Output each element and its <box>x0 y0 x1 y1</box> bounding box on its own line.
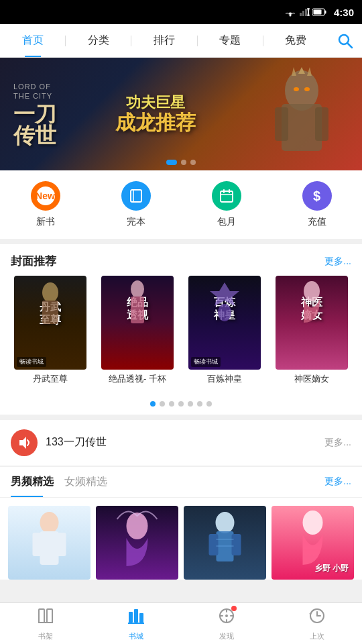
audio-more-button[interactable]: 更多... <box>324 437 351 449</box>
recharge-label: 充值 <box>308 216 326 228</box>
book-item-3[interactable]: 百炼神皇 畅读书城 百炼神皇 <box>185 276 264 385</box>
banner-dots <box>166 160 196 165</box>
svg-marker-17 <box>307 67 312 76</box>
monthly-label: 包月 <box>217 216 236 228</box>
quick-item-recharge[interactable]: $ 充值 <box>272 181 362 228</box>
bottom-books: 乡野 小野 <box>0 498 362 580</box>
book-badge-3: 畅读书城 <box>191 357 221 367</box>
banner-dot-2 <box>181 160 186 165</box>
svg-rect-14 <box>315 107 328 141</box>
nav-bookshelf[interactable]: 书架 <box>0 603 90 644</box>
banner-figure-svg <box>261 64 342 164</box>
svg-marker-33 <box>19 437 26 449</box>
quick-item-monthly[interactable]: 包月 <box>181 181 272 228</box>
status-bar: 4:30 <box>0 0 362 24</box>
cover-more-button[interactable]: 更多... <box>324 256 351 268</box>
carousel-dot-6 <box>197 401 202 407</box>
book-name-3: 百炼神皇 <box>207 374 242 385</box>
history-icon <box>308 606 326 629</box>
book-figure-2 <box>117 279 158 333</box>
quick-item-complete[interactable]: 完本 <box>90 181 181 228</box>
gender-book-2[interactable] <box>96 506 178 580</box>
tab-special[interactable]: 专题 <box>198 24 263 57</box>
svg-line-10 <box>348 43 353 48</box>
gender-book-figure-2 <box>96 506 178 580</box>
book-row: 丹武至尊 畅读书城 丹武至尊 <box>5 276 357 385</box>
nav-bookshelf-label: 书架 <box>38 631 53 641</box>
gender-more-button[interactable]: 更多... <box>324 476 351 488</box>
gender-book-4[interactable]: 乡野 小野 <box>272 506 354 580</box>
svg-point-18 <box>294 87 299 91</box>
svg-point-31 <box>218 304 231 321</box>
monthly-icon <box>212 181 241 211</box>
svg-marker-16 <box>292 67 296 76</box>
svg-rect-50 <box>134 609 138 623</box>
svg-rect-8 <box>313 10 321 15</box>
nav-tabs: 首页 分类 排行 专题 免费 <box>0 24 362 58</box>
book-figure-4 <box>292 279 332 333</box>
status-icons <box>284 7 327 17</box>
nav-discover[interactable]: 发现 <box>181 603 272 644</box>
banner[interactable]: LORD OFTHE CITY 一刀传世 功夫巨星 成龙推荐 <box>0 58 362 170</box>
bookshelf-svg <box>36 606 55 625</box>
discover-icon <box>217 606 236 629</box>
carousel-dot-5 <box>188 401 193 407</box>
gender-book-3[interactable] <box>184 506 266 580</box>
svg-point-0 <box>289 15 291 17</box>
svg-rect-22 <box>221 191 233 202</box>
svg-rect-13 <box>275 107 288 141</box>
search-icon <box>337 32 354 50</box>
svg-marker-15 <box>298 67 305 74</box>
quick-item-new[interactable]: New 新书 <box>0 181 90 228</box>
complete-icon <box>121 181 151 211</box>
nav-bookcity-label: 书城 <box>129 631 143 641</box>
gender-book-figure-1 <box>8 506 90 580</box>
tab-free[interactable]: 免费 <box>263 24 328 57</box>
svg-point-45 <box>303 511 323 535</box>
audio-section[interactable]: 133一刀传世 更多... <box>0 415 362 466</box>
wifi-icon <box>284 7 296 17</box>
banner-dot-1 <box>166 160 177 165</box>
speaker-icon <box>17 435 32 450</box>
svg-rect-41 <box>209 534 219 555</box>
book-item-1[interactable]: 丹武至尊 畅读书城 丹武至尊 <box>11 276 90 385</box>
tab-category[interactable]: 分类 <box>66 24 131 57</box>
svg-rect-27 <box>42 301 58 324</box>
svg-point-34 <box>40 512 59 533</box>
carousel-dot-3 <box>169 401 174 407</box>
gender-book-4-text: 乡野 小野 <box>314 563 349 574</box>
cover-section-header: 封面推荐 更多... <box>0 244 362 276</box>
battery-icon <box>312 8 327 16</box>
new-icon: New <box>31 181 60 211</box>
book-cover-3: 百炼神皇 畅读书城 <box>188 276 261 370</box>
book-item-4[interactable]: 神医嫡女 神医嫡女 <box>272 276 351 385</box>
svg-rect-49 <box>129 612 133 623</box>
quick-menu: New 新书 完本 包月 <box>0 170 362 244</box>
signal-icon <box>299 7 310 17</box>
banner-center-text: 功夫巨星 成龙推荐 <box>115 95 196 133</box>
banner-left-text: LORD OFTHE CITY 一刀传世 <box>13 82 56 147</box>
svg-point-28 <box>131 280 144 298</box>
bookcity-svg <box>127 606 145 625</box>
tab-female[interactable]: 女频精选 <box>64 467 118 497</box>
book-item-2[interactable]: 绝品透视 绝品透视- 千杯 <box>98 276 177 385</box>
svg-rect-46 <box>39 609 44 623</box>
svg-point-54 <box>225 614 228 617</box>
audio-icon <box>11 429 38 456</box>
nav-bookcity[interactable]: 书城 <box>90 603 181 644</box>
search-button[interactable] <box>328 24 362 57</box>
svg-rect-2 <box>302 11 304 16</box>
gender-book-figure-3 <box>184 506 266 580</box>
book-badge-1: 畅读书城 <box>17 357 46 367</box>
gender-book-1[interactable] <box>8 506 90 580</box>
tab-male[interactable]: 男频精选 <box>11 467 64 497</box>
svg-point-26 <box>42 282 58 303</box>
nav-history[interactable]: 上次 <box>272 603 362 644</box>
book-icon <box>129 189 143 203</box>
audio-title: 133一刀传世 <box>46 435 324 449</box>
svg-rect-51 <box>139 613 143 623</box>
tab-home[interactable]: 首页 <box>0 24 65 57</box>
book-figure-3 <box>204 279 245 333</box>
tab-rank[interactable]: 排行 <box>131 24 196 57</box>
svg-rect-47 <box>47 609 52 623</box>
